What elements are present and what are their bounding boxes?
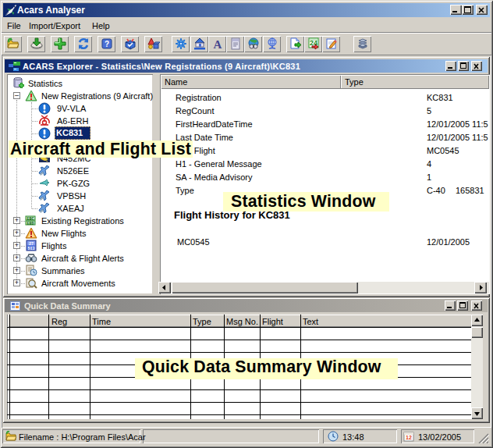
- svg-text:?: ?: [104, 40, 108, 48]
- svg-text:513: 513: [27, 247, 34, 251]
- svg-text:A: A: [213, 38, 222, 51]
- svg-text:EBD: EBD: [27, 222, 34, 226]
- svg-text:12: 12: [406, 435, 412, 440]
